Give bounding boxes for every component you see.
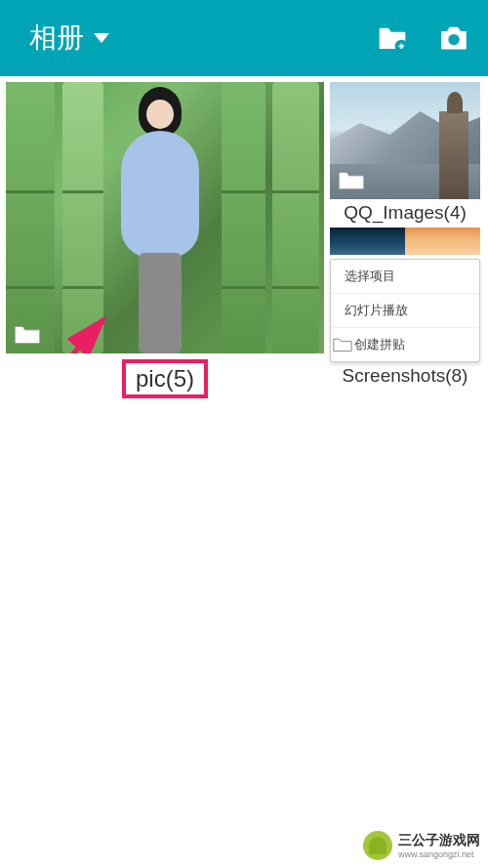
header-actions: [377, 24, 470, 52]
android-icon: [363, 831, 392, 860]
folder-icon: [14, 324, 41, 346]
thumb-decoration: [111, 82, 209, 353]
thumb-decoration: [6, 82, 55, 353]
app-header: 相册: [0, 0, 488, 76]
dropdown-arrow-icon: [94, 33, 109, 43]
watermark-url: www.sangongzi.net: [398, 849, 480, 859]
thumb-decoration: [330, 227, 405, 255]
menu-item-select[interactable]: 选择项目: [331, 260, 479, 294]
album-thumbnail: [6, 82, 324, 353]
folder-icon: [338, 170, 365, 191]
svg-point-1: [448, 34, 459, 45]
thumb-decoration: [405, 227, 480, 255]
gallery-grid: pic(5) QQ_Images(4) 选择项目: [0, 76, 488, 404]
app-title: 相册: [29, 20, 84, 57]
thumb-decoration: [222, 82, 265, 353]
album-thumbnail: [330, 227, 480, 255]
album-label: QQ_Images(4): [330, 202, 480, 224]
add-folder-icon: [377, 25, 408, 52]
title-dropdown[interactable]: 相册: [29, 20, 109, 57]
camera-button[interactable]: [437, 24, 470, 52]
album-label: Screenshots(8): [330, 365, 480, 387]
album-label: pic(5): [122, 359, 208, 398]
album-pic[interactable]: pic(5): [6, 82, 324, 398]
album-thumbnail: [330, 82, 480, 199]
menu-item-collage[interactable]: 创建拼贴: [331, 328, 479, 361]
context-menu: 选择项目 幻灯片播放 创建拼贴: [330, 259, 480, 362]
menu-item-slideshow[interactable]: 幻灯片播放: [331, 294, 479, 328]
album-screenshots[interactable]: 选择项目 幻灯片播放 创建拼贴 Screenshots(8): [330, 227, 480, 387]
watermark-brand: 三公子游戏网: [398, 832, 480, 849]
menu-item-label: 创建拼贴: [354, 336, 405, 353]
thumb-decoration: [272, 82, 319, 353]
right-column: QQ_Images(4) 选择项目 幻灯片播放 创建拼贴 Screenshots…: [330, 82, 480, 398]
folder-icon: [333, 337, 352, 352]
watermark: 三公子游戏网 www.sangongzi.net: [363, 831, 480, 860]
camera-icon: [437, 24, 470, 52]
add-folder-button[interactable]: [377, 25, 408, 51]
thumb-decoration: [62, 82, 103, 353]
album-qq-images[interactable]: QQ_Images(4): [330, 82, 480, 224]
